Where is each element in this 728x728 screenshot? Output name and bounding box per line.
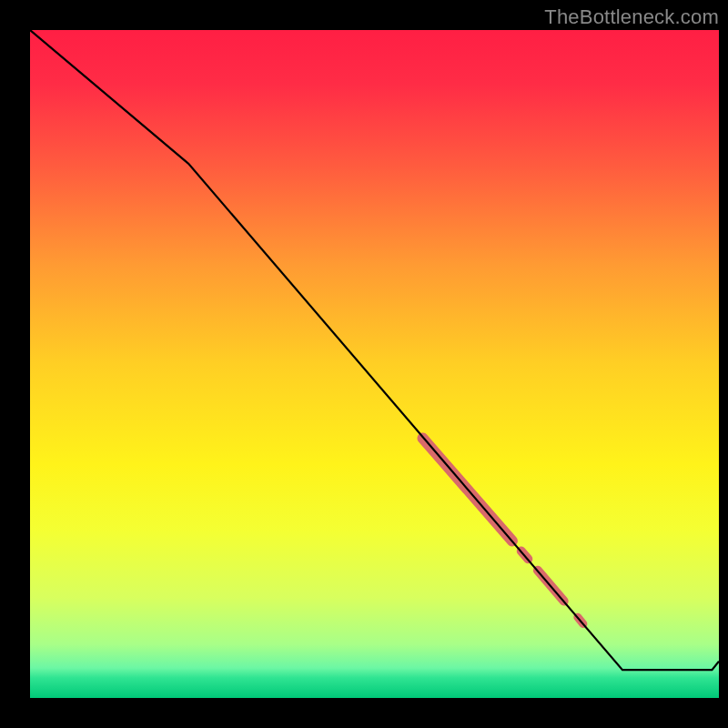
plot-background xyxy=(30,30,719,698)
watermark-text: TheBottleneck.com xyxy=(544,5,719,29)
chart-container: TheBottleneck.com xyxy=(0,0,728,728)
chart-svg xyxy=(0,0,728,728)
